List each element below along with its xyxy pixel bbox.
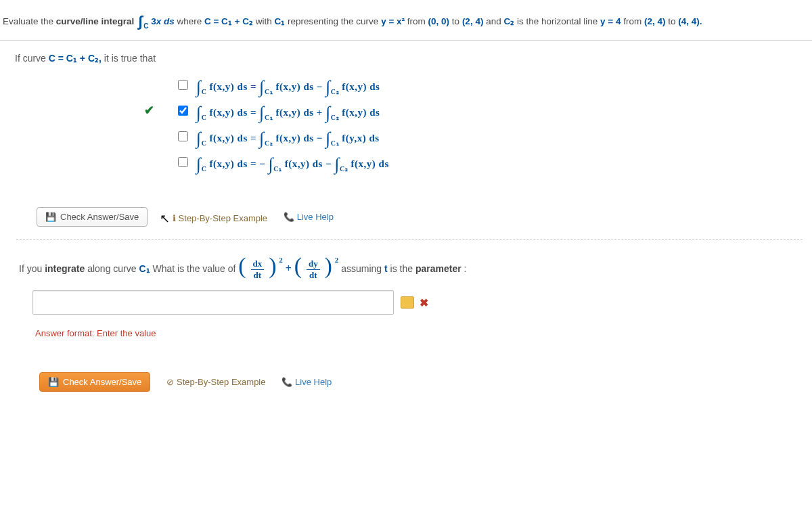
text: from: [623, 16, 644, 26]
link-label: Live Help: [295, 377, 332, 387]
option-math-2: ∫C f(x,y) ds = ∫C₁ f(x,y) ds + ∫C₂ f(x,y…: [196, 100, 380, 120]
denominator: dt: [307, 270, 320, 281]
question-1-lead: If curve C = C₁ + C₂, it is true that: [7, 47, 812, 72]
lparen-icon: (: [294, 253, 302, 278]
text: along curve: [87, 263, 139, 274]
plus-sign: +: [286, 263, 292, 274]
option-checkbox-3[interactable]: [178, 131, 188, 141]
point-24: (2, 4): [462, 16, 484, 26]
check-answer-save-button[interactable]: 💾 Check Answer/Save: [39, 372, 150, 392]
option-row: ✔ ∫C f(x,y) ds = ∫C₁ f(x,y) ds + ∫C₂ f(x…: [129, 97, 812, 123]
stop-icon: ⊘: [166, 377, 174, 387]
toolbar-q2: 💾 Check Answer/Save ⊘ Step-By-Step Examp…: [19, 338, 812, 399]
correct-check-icon: ✔: [144, 104, 154, 117]
link-label: Step-By-Step Example: [177, 377, 266, 387]
answer-row: ✖: [19, 281, 812, 315]
text: from: [407, 16, 428, 26]
option-checkbox-1[interactable]: [178, 80, 188, 90]
btn-label: Check Answer/Save: [60, 212, 139, 222]
term-curve-line-integral: curve/line integral: [56, 16, 135, 26]
bold-integrate: integrate: [45, 263, 85, 274]
fraction-dxdt: dx dt: [251, 258, 265, 281]
link-label: Step-By-Step Example: [179, 213, 268, 223]
answer-format-hint: Answer format: Enter the value: [19, 315, 812, 338]
numerator: dx: [251, 258, 265, 270]
live-help-link[interactable]: 📞 Live Help: [281, 377, 332, 387]
step-by-step-link[interactable]: ⊘ Step-By-Step Example: [166, 377, 265, 387]
warning-badge-icon: [401, 296, 414, 309]
option-row: ✔ ∫C f(x,y) ds = ∫C₁ f(x,y) ds − ∫C₂ f(x…: [129, 72, 812, 97]
link-label: Live Help: [297, 212, 334, 222]
btn-label: Check Answer/Save: [63, 377, 141, 387]
text: is the horizontal line: [517, 16, 600, 26]
point-44: (4, 4).: [678, 16, 702, 26]
text: assuming: [341, 263, 384, 274]
text: What is the value of: [152, 263, 238, 274]
problem-statement: Evaluate the curve/line integral ∫C 3x d…: [0, 0, 812, 41]
check-answer-save-button[interactable]: 💾 Check Answer/Save: [37, 207, 148, 227]
question-2-section: If you integrate along curve C₁ What is …: [0, 240, 812, 399]
text: and: [486, 16, 503, 26]
rparen-icon: ): [269, 253, 276, 278]
phone-icon: 📞: [284, 212, 294, 222]
option-row: ✔ ∫C f(x,y) ds = − ∫C₁ f(x,y) ds − ∫C₂ f…: [129, 149, 812, 175]
incorrect-x-icon: ✖: [420, 296, 428, 309]
c2-label: C₂: [503, 16, 514, 26]
fraction-dydt: dy dt: [307, 258, 320, 281]
option-math-3: ∫C f(x,y) ds = ∫C₂ f(x,y) ds − ∫C₁ f(y,x…: [196, 126, 380, 146]
toolbar-q1: 💾 Check Answer/Save ↖ ℹ Step-By-Step Exa…: [16, 195, 803, 240]
disk-icon: 💾: [45, 212, 56, 222]
phone-icon: 📞: [281, 377, 292, 387]
numerator: dy: [307, 258, 320, 270]
bold-parameter: parameter: [415, 263, 461, 274]
live-help-link[interactable]: 📞 Live Help: [284, 212, 334, 222]
text: representing the curve: [288, 16, 381, 26]
curve-eq: y = x²: [381, 16, 405, 26]
option-math-4: ∫C f(x,y) ds = − ∫C₁ f(x,y) ds − ∫C₂ f(x…: [196, 152, 389, 172]
text: If curve: [15, 53, 49, 64]
result-indicator: ✖: [401, 296, 428, 309]
c1-italic: C₁: [139, 263, 150, 274]
t-var: t: [384, 263, 388, 274]
cursor-icon: ↖: [160, 212, 170, 225]
text: If you: [19, 263, 45, 274]
text: to: [452, 16, 462, 26]
y4-eq: y = 4: [600, 16, 621, 26]
step-by-step-link[interactable]: ↖ ℹ Step-By-Step Example: [164, 210, 267, 225]
squared-exponent: 2: [279, 256, 283, 264]
option-row: ✔ ∫C f(x,y) ds = ∫C₂ f(x,y) ds − ∫C₁ f(y…: [129, 123, 812, 149]
text: it is true that: [104, 53, 156, 64]
point-00: (0, 0): [428, 16, 450, 26]
disk-icon: 💾: [48, 377, 59, 387]
cond-eq: C = C₁ + C₂,: [49, 53, 102, 64]
option-checkbox-4[interactable]: [178, 157, 188, 167]
integral-expression: ∫C 3x ds: [137, 16, 177, 26]
text: with: [256, 16, 275, 26]
text: where: [177, 16, 204, 26]
text: to: [668, 16, 678, 26]
text: is the: [390, 263, 415, 274]
denominator: dt: [251, 270, 265, 281]
c1-label: C₁: [275, 16, 286, 26]
question-1-section: If curve C = C₁ + C₂, it is true that ✔ …: [0, 41, 812, 240]
info-icon: ℹ: [173, 213, 176, 223]
lparen-icon: (: [238, 253, 246, 278]
rparen-icon: ): [325, 253, 332, 278]
c-decomp: C = C₁ + C₂: [204, 16, 253, 26]
squared-exponent: 2: [335, 256, 339, 264]
option-checkbox-2[interactable]: [178, 106, 188, 116]
text: Evaluate the: [3, 16, 56, 26]
option-math-1: ∫C f(x,y) ds = ∫C₁ f(x,y) ds − ∫C₂ f(x,y…: [196, 74, 380, 95]
text: :: [464, 263, 467, 274]
point-24b: (2, 4): [644, 16, 666, 26]
answer-input[interactable]: [32, 290, 394, 315]
